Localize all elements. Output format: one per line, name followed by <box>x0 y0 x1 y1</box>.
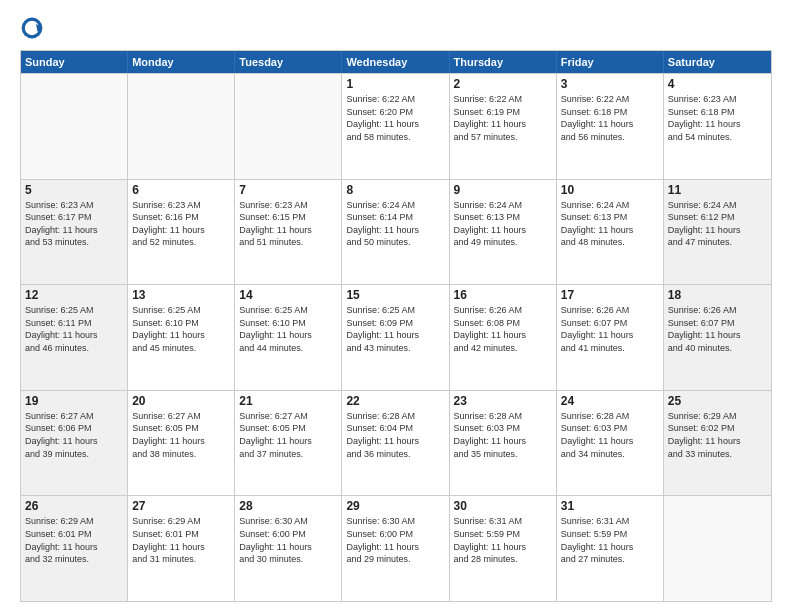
calendar-cell-day-6: 6Sunrise: 6:23 AM Sunset: 6:16 PM Daylig… <box>128 180 235 285</box>
logo-icon <box>20 16 44 40</box>
day-info: Sunrise: 6:23 AM Sunset: 6:18 PM Dayligh… <box>668 93 767 143</box>
calendar: SundayMondayTuesdayWednesdayThursdayFrid… <box>20 50 772 602</box>
calendar-cell-day-1: 1Sunrise: 6:22 AM Sunset: 6:20 PM Daylig… <box>342 74 449 179</box>
calendar-cell-day-28: 28Sunrise: 6:30 AM Sunset: 6:00 PM Dayli… <box>235 496 342 601</box>
day-info: Sunrise: 6:24 AM Sunset: 6:14 PM Dayligh… <box>346 199 444 249</box>
day-info: Sunrise: 6:27 AM Sunset: 6:05 PM Dayligh… <box>239 410 337 460</box>
day-info: Sunrise: 6:25 AM Sunset: 6:11 PM Dayligh… <box>25 304 123 354</box>
day-number: 5 <box>25 183 123 197</box>
day-info: Sunrise: 6:29 AM Sunset: 6:02 PM Dayligh… <box>668 410 767 460</box>
weekday-header-tuesday: Tuesday <box>235 51 342 73</box>
calendar-cell-day-21: 21Sunrise: 6:27 AM Sunset: 6:05 PM Dayli… <box>235 391 342 496</box>
weekday-header-sunday: Sunday <box>21 51 128 73</box>
day-number: 21 <box>239 394 337 408</box>
day-number: 22 <box>346 394 444 408</box>
day-number: 12 <box>25 288 123 302</box>
calendar-cell-day-30: 30Sunrise: 6:31 AM Sunset: 5:59 PM Dayli… <box>450 496 557 601</box>
day-info: Sunrise: 6:29 AM Sunset: 6:01 PM Dayligh… <box>132 515 230 565</box>
day-info: Sunrise: 6:22 AM Sunset: 6:18 PM Dayligh… <box>561 93 659 143</box>
calendar-row-1: 5Sunrise: 6:23 AM Sunset: 6:17 PM Daylig… <box>21 179 771 285</box>
day-info: Sunrise: 6:24 AM Sunset: 6:13 PM Dayligh… <box>454 199 552 249</box>
day-number: 9 <box>454 183 552 197</box>
calendar-row-4: 26Sunrise: 6:29 AM Sunset: 6:01 PM Dayli… <box>21 495 771 601</box>
calendar-cell-day-14: 14Sunrise: 6:25 AM Sunset: 6:10 PM Dayli… <box>235 285 342 390</box>
calendar-cell-day-10: 10Sunrise: 6:24 AM Sunset: 6:13 PM Dayli… <box>557 180 664 285</box>
day-number: 7 <box>239 183 337 197</box>
calendar-cell-day-17: 17Sunrise: 6:26 AM Sunset: 6:07 PM Dayli… <box>557 285 664 390</box>
weekday-header-wednesday: Wednesday <box>342 51 449 73</box>
day-number: 18 <box>668 288 767 302</box>
calendar-cell-day-29: 29Sunrise: 6:30 AM Sunset: 6:00 PM Dayli… <box>342 496 449 601</box>
day-info: Sunrise: 6:27 AM Sunset: 6:05 PM Dayligh… <box>132 410 230 460</box>
day-number: 6 <box>132 183 230 197</box>
day-number: 1 <box>346 77 444 91</box>
weekday-header-friday: Friday <box>557 51 664 73</box>
day-number: 26 <box>25 499 123 513</box>
day-number: 29 <box>346 499 444 513</box>
day-info: Sunrise: 6:31 AM Sunset: 5:59 PM Dayligh… <box>561 515 659 565</box>
day-number: 23 <box>454 394 552 408</box>
day-number: 31 <box>561 499 659 513</box>
calendar-row-3: 19Sunrise: 6:27 AM Sunset: 6:06 PM Dayli… <box>21 390 771 496</box>
calendar-cell-day-23: 23Sunrise: 6:28 AM Sunset: 6:03 PM Dayli… <box>450 391 557 496</box>
day-info: Sunrise: 6:26 AM Sunset: 6:07 PM Dayligh… <box>668 304 767 354</box>
calendar-cell-day-4: 4Sunrise: 6:23 AM Sunset: 6:18 PM Daylig… <box>664 74 771 179</box>
day-info: Sunrise: 6:24 AM Sunset: 6:13 PM Dayligh… <box>561 199 659 249</box>
day-number: 13 <box>132 288 230 302</box>
day-info: Sunrise: 6:24 AM Sunset: 6:12 PM Dayligh… <box>668 199 767 249</box>
day-number: 28 <box>239 499 337 513</box>
day-number: 30 <box>454 499 552 513</box>
day-number: 15 <box>346 288 444 302</box>
day-number: 3 <box>561 77 659 91</box>
day-info: Sunrise: 6:23 AM Sunset: 6:15 PM Dayligh… <box>239 199 337 249</box>
day-info: Sunrise: 6:22 AM Sunset: 6:19 PM Dayligh… <box>454 93 552 143</box>
calendar-cell-day-24: 24Sunrise: 6:28 AM Sunset: 6:03 PM Dayli… <box>557 391 664 496</box>
day-info: Sunrise: 6:28 AM Sunset: 6:04 PM Dayligh… <box>346 410 444 460</box>
day-info: Sunrise: 6:27 AM Sunset: 6:06 PM Dayligh… <box>25 410 123 460</box>
calendar-cell-empty <box>664 496 771 601</box>
calendar-cell-day-15: 15Sunrise: 6:25 AM Sunset: 6:09 PM Dayli… <box>342 285 449 390</box>
calendar-cell-day-5: 5Sunrise: 6:23 AM Sunset: 6:17 PM Daylig… <box>21 180 128 285</box>
calendar-body: 1Sunrise: 6:22 AM Sunset: 6:20 PM Daylig… <box>21 73 771 601</box>
day-number: 20 <box>132 394 230 408</box>
day-number: 14 <box>239 288 337 302</box>
calendar-cell-day-7: 7Sunrise: 6:23 AM Sunset: 6:15 PM Daylig… <box>235 180 342 285</box>
day-info: Sunrise: 6:30 AM Sunset: 6:00 PM Dayligh… <box>239 515 337 565</box>
calendar-cell-day-3: 3Sunrise: 6:22 AM Sunset: 6:18 PM Daylig… <box>557 74 664 179</box>
day-info: Sunrise: 6:25 AM Sunset: 6:10 PM Dayligh… <box>132 304 230 354</box>
calendar-cell-day-2: 2Sunrise: 6:22 AM Sunset: 6:19 PM Daylig… <box>450 74 557 179</box>
calendar-cell-day-19: 19Sunrise: 6:27 AM Sunset: 6:06 PM Dayli… <box>21 391 128 496</box>
day-info: Sunrise: 6:25 AM Sunset: 6:10 PM Dayligh… <box>239 304 337 354</box>
day-info: Sunrise: 6:23 AM Sunset: 6:17 PM Dayligh… <box>25 199 123 249</box>
weekday-header-monday: Monday <box>128 51 235 73</box>
calendar-cell-day-25: 25Sunrise: 6:29 AM Sunset: 6:02 PM Dayli… <box>664 391 771 496</box>
calendar-cell-day-11: 11Sunrise: 6:24 AM Sunset: 6:12 PM Dayli… <box>664 180 771 285</box>
calendar-cell-day-26: 26Sunrise: 6:29 AM Sunset: 6:01 PM Dayli… <box>21 496 128 601</box>
header <box>20 16 772 40</box>
day-info: Sunrise: 6:29 AM Sunset: 6:01 PM Dayligh… <box>25 515 123 565</box>
calendar-cell-day-12: 12Sunrise: 6:25 AM Sunset: 6:11 PM Dayli… <box>21 285 128 390</box>
day-info: Sunrise: 6:28 AM Sunset: 6:03 PM Dayligh… <box>454 410 552 460</box>
calendar-cell-day-27: 27Sunrise: 6:29 AM Sunset: 6:01 PM Dayli… <box>128 496 235 601</box>
weekday-header-thursday: Thursday <box>450 51 557 73</box>
calendar-cell-empty <box>128 74 235 179</box>
calendar-cell-day-8: 8Sunrise: 6:24 AM Sunset: 6:14 PM Daylig… <box>342 180 449 285</box>
logo <box>20 16 48 40</box>
calendar-row-2: 12Sunrise: 6:25 AM Sunset: 6:11 PM Dayli… <box>21 284 771 390</box>
day-info: Sunrise: 6:22 AM Sunset: 6:20 PM Dayligh… <box>346 93 444 143</box>
calendar-cell-day-18: 18Sunrise: 6:26 AM Sunset: 6:07 PM Dayli… <box>664 285 771 390</box>
day-number: 2 <box>454 77 552 91</box>
day-number: 16 <box>454 288 552 302</box>
day-info: Sunrise: 6:23 AM Sunset: 6:16 PM Dayligh… <box>132 199 230 249</box>
day-number: 11 <box>668 183 767 197</box>
day-info: Sunrise: 6:31 AM Sunset: 5:59 PM Dayligh… <box>454 515 552 565</box>
calendar-cell-day-31: 31Sunrise: 6:31 AM Sunset: 5:59 PM Dayli… <box>557 496 664 601</box>
day-info: Sunrise: 6:25 AM Sunset: 6:09 PM Dayligh… <box>346 304 444 354</box>
weekday-header-saturday: Saturday <box>664 51 771 73</box>
day-info: Sunrise: 6:28 AM Sunset: 6:03 PM Dayligh… <box>561 410 659 460</box>
day-number: 10 <box>561 183 659 197</box>
calendar-cell-day-16: 16Sunrise: 6:26 AM Sunset: 6:08 PM Dayli… <box>450 285 557 390</box>
calendar-row-0: 1Sunrise: 6:22 AM Sunset: 6:20 PM Daylig… <box>21 73 771 179</box>
calendar-cell-empty <box>235 74 342 179</box>
page: SundayMondayTuesdayWednesdayThursdayFrid… <box>0 0 792 612</box>
